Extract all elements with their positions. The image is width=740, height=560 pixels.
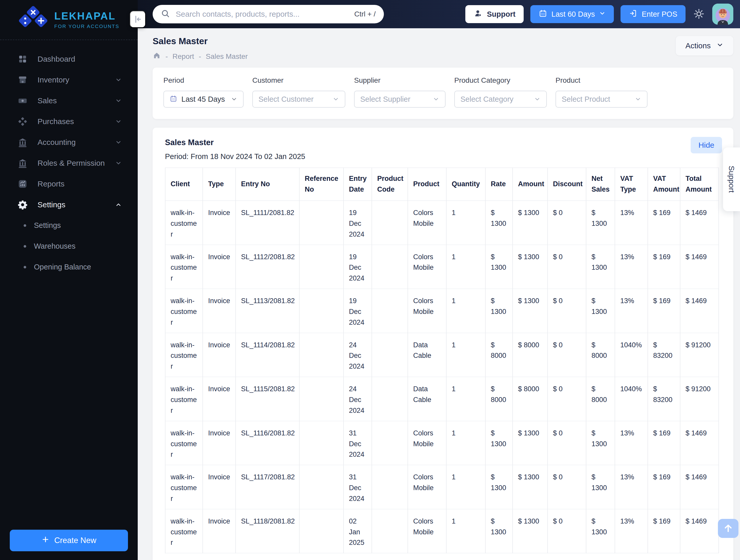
table-cell: $ 1300	[513, 509, 548, 553]
table-cell: SL_1115/2081.82	[236, 377, 299, 421]
table-row: walk-in-customerInvoiceSL_1113/2081.8219…	[165, 289, 719, 333]
plus-icon	[41, 535, 50, 546]
breadcrumb-report[interactable]: Report	[172, 53, 194, 61]
sidebar-item-label: Purchases	[37, 117, 74, 126]
sun-icon	[693, 8, 705, 20]
arrow-up-icon	[723, 523, 734, 535]
chevron-down-icon	[115, 160, 122, 167]
table-cell: $ 1469	[680, 509, 719, 553]
column-header: Entry Date	[344, 168, 372, 201]
home-icon[interactable]	[153, 52, 161, 62]
table-cell: Colors Mobile	[408, 465, 446, 509]
support-button-label: Support	[487, 10, 516, 18]
theme-toggle-button[interactable]	[692, 8, 706, 20]
table-cell: walk-in-customer	[165, 333, 203, 377]
sidebar-item-label: Accounting	[37, 138, 76, 147]
table-cell	[372, 465, 408, 509]
product-placeholder: Select Product	[562, 95, 631, 103]
search-shortcut-hint: Ctrl + /	[354, 10, 376, 18]
enter-pos-button[interactable]: Enter POS	[621, 5, 685, 23]
table-cell: SL_1117/2081.82	[236, 465, 299, 509]
sidebar-item-reports[interactable]: Reports	[0, 173, 138, 194]
bullet-icon	[24, 266, 26, 268]
table-row: walk-in-customerInvoiceSL_1114/2081.8224…	[165, 333, 719, 377]
login-icon	[629, 9, 638, 19]
actions-button-label: Actions	[685, 41, 711, 50]
breadcrumb-sales-master[interactable]: Sales Master	[206, 53, 248, 61]
table-cell: Data Cable	[408, 333, 446, 377]
sidebar-item-inventory[interactable]: Inventory	[0, 69, 138, 90]
filter-label: Product	[556, 76, 648, 85]
table-cell: 13%	[615, 289, 648, 333]
support-button[interactable]: Support	[465, 5, 524, 23]
table-cell: 02 Jan 2025	[344, 509, 372, 553]
sidebar-collapse-button[interactable]	[130, 11, 146, 28]
table-cell: SL_1112/2081.82	[236, 245, 299, 289]
sidebar-subitem-warehouses[interactable]: Warehouses	[0, 236, 138, 257]
customer-select[interactable]: Select Customer	[252, 91, 345, 108]
actions-button[interactable]: Actions	[676, 36, 733, 56]
table-cell: $ 1300	[586, 421, 615, 465]
table-cell: 19 Dec 2024	[344, 245, 372, 289]
table-cell: $ 83200	[648, 377, 680, 421]
supplier-select[interactable]: Select Supplier	[354, 91, 446, 108]
sidebar-item-purchases[interactable]: Purchases	[0, 111, 138, 132]
app-logo[interactable]: LEKHAPAL FOR YOUR ACCOUNTS	[18, 5, 119, 34]
table-cell: $ 8000	[485, 333, 513, 377]
table-cell: $ 1300	[513, 245, 548, 289]
sidebar-item-roles-permission[interactable]: Roles & Permission	[0, 153, 138, 173]
support-side-tab[interactable]: Support	[723, 148, 740, 211]
table-cell: $ 1469	[680, 421, 719, 465]
table-cell: Colors Mobile	[408, 509, 446, 553]
table-cell: 19 Dec 2024	[344, 289, 372, 333]
table-cell: Invoice	[203, 377, 236, 421]
table-cell: $ 1469	[680, 201, 719, 245]
column-header: VAT Type	[615, 168, 648, 201]
sidebar-item-label: Settings	[37, 200, 65, 209]
date-range-label: Last 60 Days	[551, 10, 595, 18]
table-cell: $ 1300	[586, 465, 615, 509]
table-cell: $ 83200	[648, 333, 680, 377]
product-select[interactable]: Select Product	[556, 91, 648, 108]
table-cell	[299, 509, 344, 553]
sidebar-item-settings[interactable]: Settings	[0, 194, 138, 215]
logo-text: LEKHAPAL FOR YOUR ACCOUNTS	[54, 10, 119, 29]
user-avatar[interactable]	[712, 4, 733, 25]
category-select[interactable]: Select Category	[454, 91, 547, 108]
create-new-button[interactable]: Create New	[10, 530, 128, 551]
column-header: Amount	[513, 168, 548, 201]
scroll-to-top-button[interactable]	[718, 519, 738, 538]
table-cell: $ 1300	[485, 465, 513, 509]
table-cell: $ 8000	[586, 377, 615, 421]
table-cell: $ 169	[648, 421, 680, 465]
table-cell: walk-in-customer	[165, 289, 203, 333]
table-row: walk-in-customerInvoiceSL_1117/2081.8231…	[165, 465, 719, 509]
table-cell: $ 1300	[485, 201, 513, 245]
hide-button[interactable]: Hide	[691, 137, 722, 153]
date-range-button[interactable]: Last 60 Days	[530, 5, 614, 23]
table-cell: $ 0	[548, 245, 586, 289]
table-cell: Colors Mobile	[408, 201, 446, 245]
search-input[interactable]	[175, 9, 349, 19]
sidebar-item-label: Sales	[37, 96, 57, 105]
sidebar-subitem-opening-balance[interactable]: Opening Balance	[0, 257, 138, 277]
sidebar-item-sales[interactable]: Sales	[0, 90, 138, 111]
chevron-down-icon	[534, 96, 541, 102]
report-chart-icon	[17, 178, 28, 190]
table-cell: Colors Mobile	[408, 421, 446, 465]
filter-supplier: Supplier Select Supplier	[354, 76, 446, 108]
table-cell: $ 1300	[513, 465, 548, 509]
table-cell: $ 8000	[513, 377, 548, 421]
global-search[interactable]: Ctrl + /	[153, 5, 384, 23]
sidebar-item-accounting[interactable]: Accounting	[0, 132, 138, 153]
breadcrumb-separator: -	[166, 53, 168, 61]
sidebar-item-dashboard[interactable]: Dashboard	[0, 49, 138, 69]
filter-label: Period	[163, 76, 244, 85]
table-cell: Invoice	[203, 465, 236, 509]
sidebar-subitem-settings[interactable]: Settings	[0, 215, 138, 236]
table-cell: $ 1300	[513, 201, 548, 245]
table-cell: $ 1300	[485, 509, 513, 553]
period-select[interactable]: Last 45 Days	[163, 91, 244, 108]
gear-icon	[17, 199, 28, 210]
table-cell: $ 1300	[485, 245, 513, 289]
